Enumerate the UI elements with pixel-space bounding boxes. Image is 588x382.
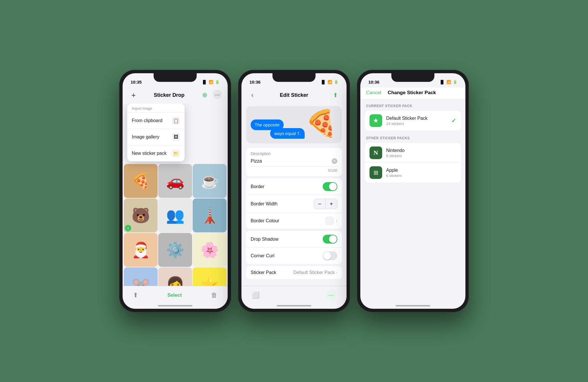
home-indicator-1 — [158, 305, 192, 306]
drop-shadow-label: Drop Shadow — [251, 237, 278, 242]
nintendo-pack-name: Nintendo — [386, 148, 456, 153]
phone1-content: Import Image From clipboard 📋 Image gall… — [123, 104, 228, 302]
default-pack-count: 14 stickers — [386, 121, 447, 126]
message-preview: The opposite 🍕 ways equal 7. — [246, 106, 342, 143]
sticker-cell-1[interactable]: 🚗 — [158, 164, 192, 198]
sticker-pack-value: Default Sticker Pack — [293, 270, 335, 275]
stepper-minus[interactable]: − — [314, 199, 326, 209]
description-input[interactable] — [251, 159, 329, 164]
dropdown-from-clipboard[interactable]: From clipboard 📋 — [127, 112, 185, 129]
border-label: Border — [251, 184, 264, 189]
other-packs-header: OTHER STICKER PACKS — [360, 132, 465, 142]
border-colour-chevron: › — [336, 218, 337, 223]
status-time-1: 10:35 — [131, 80, 142, 84]
color-swatch — [326, 217, 334, 225]
corner-curl-row: Corner Curl — [246, 248, 342, 264]
stepper-plus[interactable]: + — [326, 199, 337, 209]
pack-row-nintendo[interactable]: N Nintendo 6 stickers — [365, 143, 461, 163]
sticker-format-button[interactable]: ⬜ — [252, 292, 260, 299]
more-button[interactable]: ··· — [213, 90, 222, 99]
sticker-cell-0[interactable]: 🍕 — [124, 164, 158, 198]
sticker-pack-value-container: Default Sticker Pack › — [293, 270, 337, 275]
phone-1: 10:35 ▐▌ 📶 🔋 + Sticker Drop ⊕ ··· — [119, 70, 231, 312]
border-toggle[interactable] — [323, 182, 337, 191]
sticker-pack-section: Sticker Pack Default Sticker Pack › — [246, 266, 342, 279]
current-pack-list: ★ Default Sticker Pack 14 stickers ✓ — [365, 111, 461, 130]
pack-row-default[interactable]: ★ Default Sticker Pack 14 stickers ✓ — [365, 111, 461, 130]
sticker-emoji-1: 🚗 — [166, 173, 185, 188]
nintendo-pack-icon: N — [370, 146, 382, 159]
description-label: Description — [251, 151, 337, 156]
sticker-cell-7[interactable]: ⚙️ — [158, 233, 192, 267]
back-button[interactable]: ‹ — [247, 90, 258, 100]
corner-curl-label: Corner Curl — [251, 253, 274, 258]
n-icon: N — [374, 149, 378, 157]
description-section: Description ✕ 5/100 — [246, 148, 342, 176]
sticker-cell-4[interactable]: 👥 — [158, 198, 192, 232]
sticker-pack-chevron: › — [336, 270, 337, 275]
sticker-cell-2[interactable]: ☕ — [193, 164, 227, 198]
cancel-button[interactable]: Cancel — [366, 90, 381, 96]
wifi-icon-3: 📶 — [446, 80, 451, 84]
nintendo-pack-info: Nintendo 6 stickers — [386, 148, 456, 158]
default-pack-name: Default Sticker Pack — [386, 116, 447, 121]
apple-pack-name: Apple — [386, 168, 456, 173]
nav-bar-1: + Sticker Drop ⊕ ··· — [123, 88, 228, 104]
border-width-stepper: − + — [314, 199, 337, 209]
star-icon: ★ — [373, 117, 379, 124]
current-pack-header: CURRENT STICKER PACK — [360, 99, 465, 110]
phone-3: 10:36 ▐▌ 📶 🔋 Cancel Change Sticker Pack … — [357, 70, 469, 312]
sticker-cell-6[interactable]: 🎅 — [124, 233, 158, 267]
sticker-emoji-6: 🎅 — [131, 242, 150, 257]
apple-pack-info: Apple 6 stickers — [386, 168, 456, 178]
dropdown-image-gallery[interactable]: Image gallery 🖼 — [127, 129, 185, 145]
dropdown-menu: Import Image From clipboard 📋 Image gall… — [127, 104, 185, 161]
clear-input-button[interactable]: ✕ — [332, 158, 337, 164]
wifi-icon-2: 📶 — [328, 80, 332, 84]
sticker-cell-3[interactable]: 🐻 i — [124, 198, 158, 232]
add-sticker-button[interactable]: ⊕ — [200, 90, 210, 100]
border-colour-row[interactable]: Border Colour › — [246, 213, 342, 229]
nav-bar-2: ‹ Edit Sticker ⬆ — [241, 88, 347, 104]
status-icons-3: ▐▌ 📶 🔋 — [440, 80, 457, 84]
drop-shadow-toggle[interactable] — [323, 235, 337, 244]
status-icons-1: ▐▌ 📶 🔋 — [202, 80, 220, 84]
share-button[interactable]: ⬆ — [133, 292, 138, 299]
nintendo-pack-count: 6 stickers — [386, 154, 456, 158]
sticker-pack-label: Sticker Pack — [251, 270, 276, 275]
message-bubble-right: ways equal 7. — [270, 128, 305, 139]
change-pack-content: CURRENT STICKER PACK ★ Default Sticker P… — [360, 99, 465, 184]
sticker-cell-5[interactable]: 🗼 — [193, 198, 227, 232]
clipboard-icon: 📋 — [172, 117, 180, 125]
share-button-2[interactable]: ⬆ — [330, 90, 341, 100]
edit-content: The opposite 🍕 ways equal 7. Description… — [241, 104, 347, 302]
new-pack-label: New sticker pack — [132, 151, 167, 156]
dropdown-new-sticker-pack[interactable]: New sticker pack 📁 — [127, 145, 185, 161]
corner-curl-toggle[interactable] — [323, 251, 337, 260]
pack-row-apple[interactable]: ⊞ Apple 6 stickers — [365, 163, 461, 182]
status-time-3: 10:36 — [368, 80, 379, 84]
sticker-emoji-8: 🌸 — [200, 242, 219, 257]
select-button[interactable]: Select — [167, 292, 182, 298]
sticker-cell-8[interactable]: 🌸 — [193, 233, 227, 267]
pizza-sticker-preview: 🍕 — [305, 108, 337, 138]
signal-icon-2: ▐▌ — [321, 80, 326, 84]
new-pack-icon: 📁 — [172, 149, 180, 157]
sticker-emoji-5: 🗼 — [200, 208, 219, 223]
shadow-section: Drop Shadow Corner Curl — [246, 231, 342, 264]
default-pack-icon: ★ — [370, 114, 382, 127]
delete-button[interactable]: 🗑 — [211, 292, 217, 299]
border-section: Border Border Width − + Border Colour — [246, 178, 342, 229]
nav-bar-3: Cancel Change Sticker Pack — [360, 88, 465, 99]
nav-title-2: Edit Sticker — [280, 92, 308, 98]
sticker-pack-row[interactable]: Sticker Pack Default Sticker Pack › — [246, 266, 342, 279]
more-options-button[interactable]: ··· — [326, 290, 336, 300]
add-button[interactable]: + — [128, 90, 139, 100]
signal-icon: ▐▌ — [202, 80, 207, 84]
sticker-emoji-4: 👥 — [166, 208, 185, 223]
apple-pack-count: 6 stickers — [386, 173, 456, 178]
nav-title-3: Change Sticker Pack — [388, 90, 436, 96]
battery-icon-3: 🔋 — [453, 80, 457, 84]
sticker-emoji-2: ☕ — [200, 173, 219, 188]
battery-icon-2: 🔋 — [334, 80, 339, 84]
